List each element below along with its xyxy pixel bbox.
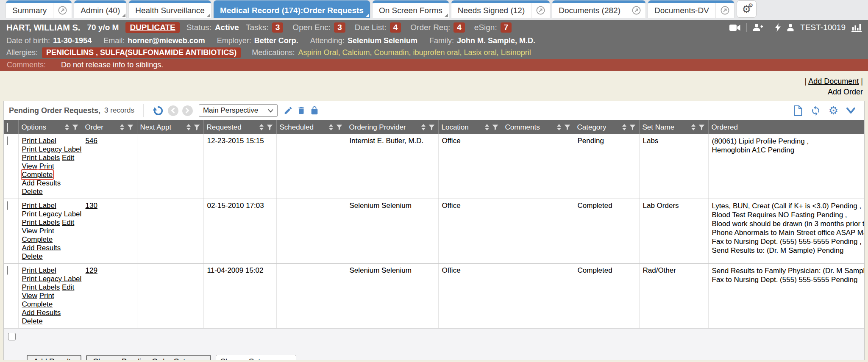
user-icon[interactable] (787, 24, 794, 31)
refresh-icon[interactable] (810, 105, 821, 116)
change-pending-order-category-button[interactable]: Change Pending Order Category (86, 355, 211, 360)
column-header-category[interactable]: Category (574, 120, 639, 134)
option-link-add-results[interactable]: Add Results (22, 179, 61, 187)
sort-icon[interactable] (120, 124, 124, 130)
option-link-add-results[interactable]: Add Results (22, 309, 61, 317)
sort-icon[interactable] (421, 124, 426, 130)
column-header-next-appt[interactable]: Next Appt (137, 120, 203, 134)
tab-health-surveillance[interactable]: Health Surveillance (129, 0, 211, 18)
tab-documents-282[interactable]: Documents (282) (552, 0, 645, 18)
add-order-link[interactable]: Add Order (828, 88, 863, 96)
delete-perspective-button[interactable] (297, 106, 306, 115)
new-document-icon[interactable] (793, 105, 803, 116)
order-number-link[interactable]: 130 (86, 202, 97, 210)
collapse-panel-icon[interactable] (846, 107, 856, 114)
option-link-view[interactable]: View (22, 292, 38, 300)
column-header-options[interactable]: Options (18, 120, 82, 134)
sort-icon[interactable] (186, 124, 191, 130)
external-link-icon[interactable] (715, 3, 734, 18)
select-all-checkbox[interactable] (7, 123, 8, 132)
option-link-delete[interactable]: Delete (22, 188, 43, 196)
counter-badge[interactable]: 4 (453, 22, 465, 33)
option-link-print-labels[interactable]: Print Labels (22, 283, 60, 291)
allergies-badge[interactable]: PENICILLINS , SULFA(SULFONAMIDE ANTIBIOT… (42, 47, 241, 58)
row-checkbox[interactable] (7, 266, 8, 275)
counter-badge[interactable]: 7 (501, 22, 512, 33)
prev-perspective-button[interactable] (168, 105, 178, 116)
option-link-edit[interactable]: Edit (62, 283, 74, 291)
option-link-delete[interactable]: Delete (22, 317, 43, 325)
option-link-complete[interactable]: Complete (22, 171, 53, 179)
option-link-print[interactable]: Print (39, 162, 54, 170)
column-header-scheduled[interactable]: Scheduled (276, 120, 346, 134)
sort-icon[interactable] (65, 124, 69, 130)
sort-icon[interactable] (485, 124, 489, 130)
external-link-icon[interactable] (627, 3, 645, 18)
undo-button[interactable] (153, 105, 164, 116)
sort-icon[interactable] (622, 124, 626, 130)
option-link-edit[interactable]: Edit (62, 154, 74, 162)
choose-category-select[interactable]: Choose Category (216, 355, 296, 360)
perspective-select[interactable]: Main Perspective (199, 104, 278, 117)
option-link-add-results[interactable]: Add Results (22, 244, 61, 252)
lightning-bolt-icon[interactable] (775, 23, 781, 32)
option-link-view[interactable]: View (22, 162, 38, 170)
next-perspective-button[interactable] (182, 105, 193, 116)
column-header-order[interactable]: Order (82, 120, 137, 134)
sort-icon[interactable] (691, 124, 696, 130)
add-results-button[interactable]: Add Results (27, 355, 81, 360)
column-header-ordering-provider[interactable]: Ordering Provider (346, 120, 438, 134)
gear-icon[interactable]: ⚙ (829, 105, 838, 116)
tab-summary[interactable]: Summary (6, 0, 72, 18)
filter-icon[interactable] (428, 124, 435, 131)
filter-icon[interactable] (72, 124, 79, 131)
filter-icon[interactable] (336, 124, 343, 131)
option-link-print-legacy-label[interactable]: Print Legacy Label (22, 210, 82, 218)
add-document-link[interactable]: Add Document (808, 77, 859, 86)
add-user-icon[interactable] (753, 24, 763, 31)
column-header-location[interactable]: Location (438, 120, 502, 134)
edit-perspective-button[interactable] (284, 106, 293, 115)
option-link-print-labels[interactable]: Print Labels (22, 218, 60, 227)
tab-settings-button[interactable]: ⚙ ⚙ (737, 0, 757, 18)
option-link-print-labels[interactable]: Print Labels (22, 154, 60, 162)
filter-icon[interactable] (492, 124, 499, 131)
filter-icon[interactable] (266, 124, 273, 131)
tab-medical-record-174-order-requests[interactable]: Medical Record (174):Order Requests (214, 0, 370, 18)
tab-on-screen-forms[interactable]: On Screen Forms (373, 0, 449, 18)
tab-documents-dv[interactable]: Documents-DV (648, 0, 734, 18)
option-link-complete[interactable]: Complete (22, 300, 53, 308)
counter-badge[interactable]: 3 (334, 22, 345, 33)
filter-icon[interactable] (564, 124, 571, 131)
option-link-print-legacy-label[interactable]: Print Legacy Label (22, 145, 82, 153)
duplicate-badge[interactable]: DUPLICATE (125, 22, 179, 33)
row-checkbox[interactable] (7, 201, 8, 210)
sort-icon[interactable] (557, 124, 561, 130)
order-number-link[interactable]: 546 (86, 137, 97, 145)
counter-badge[interactable]: 3 (272, 22, 284, 33)
sort-icon[interactable] (259, 124, 264, 130)
external-link-icon[interactable] (531, 3, 550, 18)
option-link-print-label[interactable]: Print Label (22, 202, 56, 210)
column-header-requested[interactable]: Requested (203, 120, 276, 134)
option-link-delete[interactable]: Delete (22, 252, 43, 260)
filter-icon[interactable] (193, 124, 200, 131)
medications-list[interactable]: Aspirin Oral, Calcium, Coumadin, ibuprof… (298, 48, 531, 57)
tab-needs-signed-12[interactable]: Needs Signed (12) (451, 0, 550, 18)
lock-perspective-button[interactable] (310, 106, 319, 115)
option-link-view[interactable]: View (22, 227, 38, 235)
option-link-print[interactable]: Print (39, 292, 54, 300)
video-camera-icon[interactable] (729, 24, 740, 31)
option-link-print[interactable]: Print (39, 227, 54, 235)
column-header-set-name[interactable]: Set Name (639, 120, 708, 134)
filter-icon[interactable] (629, 124, 636, 131)
option-link-print-label[interactable]: Print Label (22, 266, 56, 274)
column-header-comments[interactable]: Comments (502, 120, 574, 134)
order-number-link[interactable]: 129 (86, 266, 97, 274)
sort-icon[interactable] (329, 124, 333, 130)
row-checkbox[interactable] (7, 136, 8, 145)
bar-chart-icon[interactable] (851, 23, 862, 32)
option-link-print-label[interactable]: Print Label (22, 137, 56, 145)
filter-icon[interactable] (698, 124, 705, 131)
row-checkbox[interactable] (8, 333, 16, 340)
